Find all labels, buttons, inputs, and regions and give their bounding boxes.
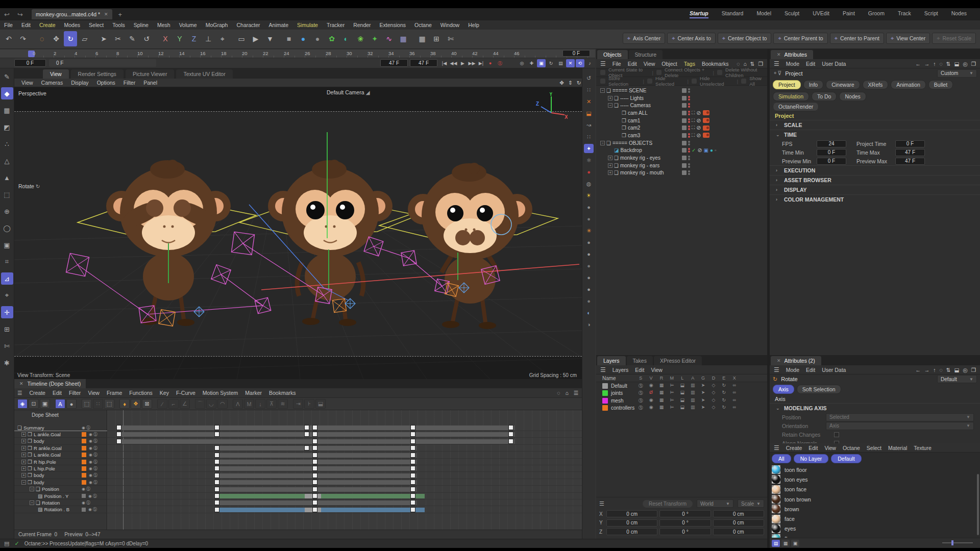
volume-object-icon[interactable]: ● — [297, 31, 310, 46]
keyframe[interactable] — [312, 480, 317, 485]
section-modeling-axis[interactable]: MODELING AXIS — [784, 405, 827, 411]
solo-icon[interactable]: Ⓢ — [86, 425, 90, 431]
tree-label[interactable]: ===== OBJECTS — [612, 140, 652, 146]
material-filter-no-layer[interactable]: No Layer — [794, 454, 829, 463]
tweak-mode-icon[interactable]: ⬚ — [1, 188, 13, 201]
field-dropdown[interactable]: Selected▼ — [826, 413, 974, 421]
track-key-row[interactable] — [107, 452, 595, 459]
track-name[interactable]: Rotation — [42, 500, 60, 506]
menu-item-edit[interactable]: Edit — [53, 390, 62, 396]
layer-square[interactable] — [682, 96, 687, 101]
visibility-dots[interactable] — [688, 163, 690, 168]
render-settings-icon[interactable]: ▼ — [263, 31, 277, 46]
grid-icon[interactable]: ⊞ — [430, 31, 443, 46]
up-icon[interactable]: ↑ — [933, 61, 936, 67]
keyframe[interactable] — [312, 466, 317, 471]
layer-toggle-icon[interactable]: ▦ — [656, 390, 667, 396]
keyframe[interactable] — [214, 466, 219, 471]
hamburger-icon[interactable]: ☰ — [599, 500, 604, 507]
track-name-row[interactable]: −❑Position◉Ⓢ — [14, 486, 107, 493]
layer-toggle-icon[interactable]: ▥ — [688, 390, 698, 396]
keyframe[interactable] — [214, 459, 219, 464]
action-hide-unselected[interactable]: Hide Unselected — [700, 76, 734, 87]
axis-button-center-to-parent[interactable]: ⌖Center to Parent — [830, 33, 884, 44]
attr2-tab-axis[interactable]: Axis — [773, 385, 794, 394]
add-key2-icon[interactable]: ❖ — [131, 399, 141, 409]
track-key-row[interactable] — [107, 465, 595, 472]
tree-label[interactable]: cam2 — [628, 125, 640, 131]
generator-icon[interactable]: ◐ — [339, 31, 353, 46]
frame-all-icon[interactable]: ⬚ — [82, 399, 92, 409]
layer-toggle-icon[interactable]: ◉ — [646, 405, 656, 411]
menu-item[interactable]: Spline — [134, 22, 149, 28]
menu-item[interactable]: Animate — [269, 22, 289, 28]
panel-divider[interactable] — [767, 49, 770, 548]
easein-icon[interactable]: ◡ — [206, 399, 216, 409]
axis-mode-icon[interactable]: ⊕ — [1, 205, 13, 217]
position-field[interactable]: 0 cm — [606, 528, 657, 535]
layer-toggle-icon[interactable]: ▦ — [656, 397, 667, 404]
track-key-row[interactable] — [107, 493, 595, 499]
tree-row[interactable]: −❑===== OBJECTS — [596, 139, 767, 147]
section-scale[interactable]: ›SCALE — [770, 120, 980, 130]
layout-tab[interactable]: Nodes — [951, 10, 967, 18]
del-key-icon[interactable]: ⊠ — [142, 399, 152, 409]
eye-icon[interactable]: ◉ — [88, 494, 92, 498]
layout-tab[interactable]: Script — [924, 10, 938, 18]
solo-icon[interactable]: Ⓢ — [93, 480, 97, 485]
track-key-row[interactable] — [107, 438, 595, 445]
preset-dropdown[interactable]: Default▼ — [937, 375, 977, 383]
delete-icon[interactable]: ✕ — [584, 97, 594, 106]
keyframe[interactable] — [508, 425, 513, 430]
layer-toggle-icon[interactable]: ◇ — [708, 390, 719, 396]
snap-icon[interactable]: ⊿ — [1, 272, 13, 285]
track-name-row[interactable]: +❒L ankle.Goal◉Ⓢ — [14, 431, 107, 438]
menu-item-create[interactable]: Create — [786, 445, 802, 451]
menu-item-tags[interactable]: Tags — [684, 61, 695, 67]
scatter-icon[interactable]: ∷ — [584, 132, 594, 141]
keyframe[interactable] — [312, 487, 317, 492]
measure-icon[interactable]: ⊞ — [1, 323, 13, 335]
pen-tool-icon[interactable]: ✎ — [1, 70, 13, 83]
menu-item-view[interactable]: View — [651, 367, 663, 373]
preset-dropdown[interactable]: Custom▼ — [937, 69, 977, 78]
redo-icon[interactable]: ↷ — [16, 31, 30, 46]
keyframe[interactable] — [116, 439, 121, 444]
circle-icon[interactable]: ◍ — [584, 179, 594, 188]
layer-toggle-icon[interactable]: ⊨ — [667, 390, 677, 396]
reset-view-icon[interactable]: ↺ — [584, 73, 594, 83]
menu-item[interactable]: Character — [236, 22, 260, 28]
sphere5-icon[interactable]: ● — [584, 261, 594, 270]
expander-icon[interactable]: + — [608, 170, 612, 175]
rotate-icon[interactable]: ↻ — [64, 31, 77, 46]
nav-back-icon[interactable]: ↩ — [4, 11, 13, 18]
lin-icon[interactable]: ∕ — [157, 399, 167, 409]
layout-tab[interactable]: Standard — [722, 10, 744, 18]
expander-icon[interactable]: + — [608, 163, 612, 168]
compositing-tag-icon[interactable]: ▣ — [704, 147, 708, 153]
material-swatch[interactable] — [772, 505, 780, 513]
lock-b-icon[interactable]: ⊦ — [304, 399, 314, 409]
shade-b-icon[interactable]: ◑ — [584, 320, 594, 329]
menu-item-material[interactable]: Material — [888, 445, 907, 451]
scale-field[interactable]: 0 cm — [713, 510, 764, 517]
expander-icon[interactable]: + — [21, 453, 26, 457]
menu-item-edit[interactable]: Edit — [628, 61, 637, 67]
sphere3-icon[interactable]: ● — [584, 238, 594, 247]
keyframe[interactable] — [410, 507, 415, 512]
space-dropdown[interactable]: World▼ — [697, 499, 733, 508]
tag-icon[interactable]: ▫ — [715, 147, 717, 153]
menu-item-object[interactable]: Object — [662, 61, 677, 67]
texture-mode-icon[interactable]: ▦ — [1, 104, 13, 116]
track-name-row[interactable]: +❒R ankle.Goal◉Ⓢ — [14, 445, 107, 452]
back-icon[interactable]: ← — [915, 61, 921, 67]
section-time[interactable]: ⌄TIME — [770, 130, 980, 139]
axis-button-center-object-to[interactable]: ⌖Center Object to — [718, 33, 772, 44]
hair-icon[interactable]: ∿ — [382, 31, 396, 46]
layer-toggle-icon[interactable]: ◇ — [708, 405, 719, 411]
close-tab-icon[interactable]: ✕ — [104, 12, 108, 17]
frame-sel-icon[interactable]: ∷ — [93, 399, 103, 409]
viewport-menu-options[interactable]: Options — [97, 80, 115, 86]
add-tab-button[interactable]: + — [118, 11, 122, 18]
menu-item-key[interactable]: Key — [160, 390, 169, 396]
